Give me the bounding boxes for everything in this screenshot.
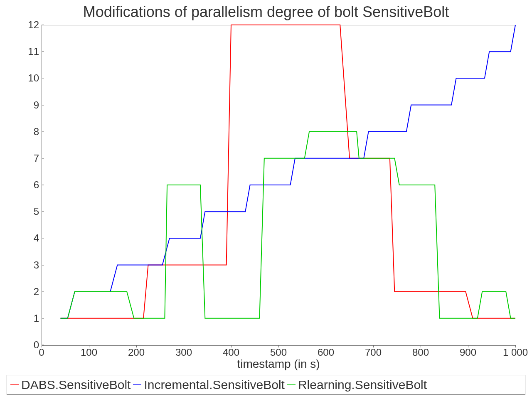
- y-tick-label: 7: [22, 153, 39, 164]
- chart-lines: [42, 25, 515, 345]
- y-tick-mark: [42, 212, 44, 212]
- x-tick-label: 0: [39, 347, 44, 358]
- legend-label-2: Rlearning.SensitiveBolt: [298, 378, 427, 392]
- x-tick-mark: [89, 345, 89, 347]
- y-tick-label: 6: [22, 179, 39, 191]
- x-tick-label: 500: [270, 347, 287, 358]
- y-tick-mark: [42, 105, 44, 105]
- x-tick-mark: [326, 345, 326, 347]
- legend-swatch-2: [287, 384, 296, 385]
- y-tick-label: 3: [22, 259, 39, 271]
- x-tick-mark: [515, 345, 516, 347]
- x-tick-mark: [231, 345, 232, 347]
- y-tick-mark: [42, 291, 44, 292]
- x-tick-label: 400: [223, 347, 239, 358]
- y-tick-mark: [42, 238, 44, 239]
- x-tick-mark: [373, 345, 374, 347]
- legend-swatch-0: [10, 384, 19, 385]
- y-tick-label: 1: [22, 313, 39, 324]
- y-tick-label: 9: [22, 99, 39, 111]
- y-tick-label: 2: [22, 286, 39, 298]
- y-tick-mark: [42, 265, 44, 265]
- y-tick-mark: [42, 52, 44, 52]
- y-tick-label: 4: [22, 232, 39, 244]
- y-tick-label: 8: [22, 126, 39, 138]
- legend-label-1: Incremental.SensitiveBolt: [144, 378, 285, 392]
- x-axis-label: timestamp (in s): [42, 357, 515, 371]
- y-tick-label: 0: [22, 339, 39, 351]
- y-tick-mark: [42, 185, 44, 185]
- x-tick-label: 300: [175, 347, 192, 358]
- x-tick-label: 700: [365, 347, 382, 358]
- series-line-0: [61, 25, 515, 318]
- y-tick-mark: [42, 131, 44, 132]
- x-tick-mark: [136, 345, 137, 347]
- x-tick-label: 200: [128, 347, 145, 358]
- y-tick-mark: [42, 78, 44, 79]
- y-tick-mark: [42, 158, 44, 158]
- x-tick-label: 800: [412, 347, 429, 358]
- legend-swatch-1: [133, 384, 141, 385]
- y-tick-mark: [42, 25, 44, 25]
- x-tick-label: 900: [460, 347, 476, 358]
- x-tick-label: 600: [318, 347, 334, 358]
- legend-label-0: DABS.SensitiveBolt: [21, 378, 131, 392]
- x-tick-label: 1 000: [503, 347, 528, 358]
- y-tick-label: 12: [22, 19, 39, 31]
- series-line-2: [61, 132, 515, 318]
- y-tick-label: 10: [22, 72, 39, 84]
- y-tick-label: 5: [22, 206, 39, 217]
- x-tick-mark: [42, 345, 42, 347]
- page-title: Modifications of parallelism degree of b…: [0, 3, 532, 21]
- x-tick-label: 100: [81, 347, 97, 358]
- x-tick-mark: [421, 345, 421, 347]
- series-line-1: [61, 25, 515, 318]
- y-tick-label: 11: [22, 46, 39, 57]
- x-tick-mark: [468, 345, 468, 347]
- x-tick-mark: [184, 345, 184, 347]
- y-tick-mark: [42, 318, 44, 318]
- legend: DABS.SensitiveBoltIncremental.SensitiveB…: [7, 375, 525, 395]
- x-tick-mark: [278, 345, 279, 347]
